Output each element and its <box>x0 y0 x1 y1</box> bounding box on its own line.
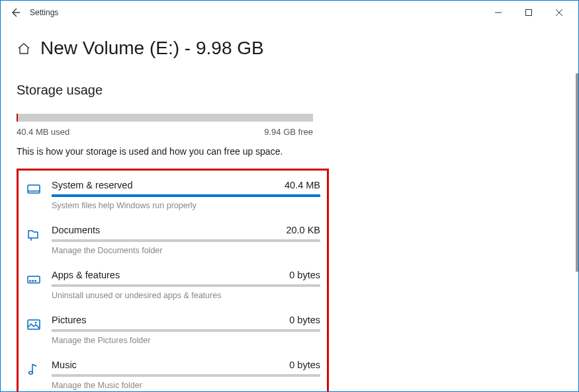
svg-rect-6 <box>28 320 40 329</box>
svg-rect-2 <box>28 276 40 283</box>
category-size: 0 bytes <box>289 270 320 280</box>
scrollbar[interactable] <box>576 73 578 272</box>
category-system-reserved[interactable]: System & reserved 40.4 MB System files h… <box>19 176 327 221</box>
category-size: 0 bytes <box>289 315 320 325</box>
category-subtext: Uninstall unused or undesired apps & fea… <box>52 291 320 300</box>
back-button[interactable] <box>5 2 26 23</box>
back-arrow-icon <box>10 7 21 18</box>
maximize-icon <box>525 9 533 17</box>
category-music[interactable]: Music 0 bytes Manage the Music folder <box>19 356 327 392</box>
category-bar <box>52 239 320 242</box>
category-subtext: Manage the Pictures folder <box>52 336 320 345</box>
category-size: 40.4 MB <box>285 180 320 190</box>
categories-highlight: System & reserved 40.4 MB System files h… <box>17 169 329 392</box>
category-name: Pictures <box>52 315 86 325</box>
category-bar <box>52 374 320 377</box>
svg-rect-4 <box>32 280 34 282</box>
svg-point-7 <box>35 322 37 324</box>
category-bar <box>52 329 320 332</box>
app-title: Settings <box>30 8 58 17</box>
maximize-button[interactable] <box>513 2 544 23</box>
category-name: Documents <box>52 225 100 235</box>
category-name: Music <box>52 360 77 370</box>
category-subtext: System files help Windows run properly <box>52 201 320 210</box>
apps-icon <box>25 271 42 288</box>
section-title: Storage usage <box>17 83 562 98</box>
category-size: 20.0 KB <box>286 225 320 235</box>
page-header: New Volume (E:) - 9.98 GB <box>17 38 562 59</box>
page-title: New Volume (E:) - 9.98 GB <box>40 38 264 59</box>
content: New Volume (E:) - 9.98 GB Storage usage … <box>1 38 578 392</box>
used-label: 40.4 MB used <box>17 127 69 137</box>
category-pictures[interactable]: Pictures 0 bytes Manage the Pictures fol… <box>19 311 327 356</box>
svg-rect-1 <box>28 185 40 193</box>
category-size: 0 bytes <box>289 360 320 370</box>
svg-rect-3 <box>29 280 31 282</box>
system-icon <box>25 181 42 198</box>
category-name: System & reserved <box>52 180 133 190</box>
category-bar <box>52 284 320 287</box>
description: This is how your storage is used and how… <box>17 146 562 157</box>
svg-rect-0 <box>526 10 532 16</box>
documents-icon <box>25 226 42 243</box>
category-bar <box>52 194 320 197</box>
titlebar: Settings <box>1 1 578 24</box>
minimize-icon <box>494 9 502 17</box>
close-button[interactable] <box>544 2 574 23</box>
music-icon <box>25 361 42 378</box>
close-icon <box>555 9 563 17</box>
home-icon[interactable] <box>17 41 31 56</box>
category-subtext: Manage the Music folder <box>52 381 320 390</box>
svg-rect-5 <box>34 280 36 282</box>
overall-bar-labels: 40.4 MB used 9.94 GB free <box>17 127 313 137</box>
category-subtext: Manage the Documents folder <box>52 246 320 255</box>
overall-storage-used-fill <box>17 114 18 122</box>
overall-storage-bar <box>17 114 313 122</box>
minimize-button[interactable] <box>483 2 513 23</box>
free-label: 9.94 GB free <box>264 127 313 137</box>
pictures-icon <box>25 316 42 333</box>
category-bar-fill <box>52 194 320 197</box>
category-name: Apps & features <box>52 270 120 280</box>
category-apps-features[interactable]: Apps & features 0 bytes Uninstall unused… <box>19 266 327 311</box>
window-controls <box>483 2 574 23</box>
category-documents[interactable]: Documents 20.0 KB Manage the Documents f… <box>19 221 327 266</box>
